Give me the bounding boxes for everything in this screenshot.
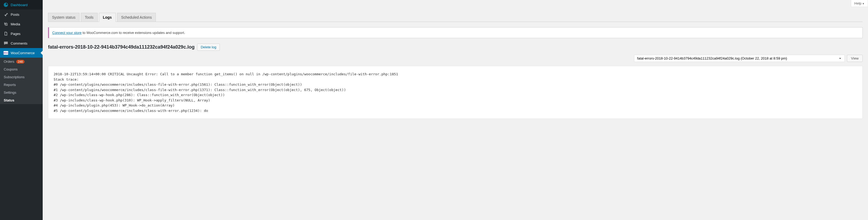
submenu-item-status[interactable]: Status	[0, 97, 43, 104]
pages-icon	[3, 31, 8, 36]
comments-icon	[3, 40, 8, 46]
main-content: Help System status Tools Logs Scheduled …	[43, 0, 868, 220]
log-title-row: fatal-errors-2018-10-22-9414b3794c49da11…	[48, 44, 863, 51]
submenu-item-coupons[interactable]: Coupons	[0, 65, 43, 73]
submenu-item-reports[interactable]: Reports	[0, 81, 43, 89]
sidebar-item-dashboard[interactable]: Dashboard	[0, 0, 43, 9]
connect-store-link[interactable]: Connect your store	[52, 31, 82, 35]
view-button[interactable]: View	[847, 55, 863, 62]
dashboard-icon	[3, 2, 8, 7]
log-selector-row: fatal-errors-2018-10-22-9414b3794c49da11…	[48, 55, 863, 62]
submenu-label: Coupons	[4, 67, 18, 71]
submenu-label: Status	[4, 98, 14, 102]
delete-log-button[interactable]: Delete log	[197, 44, 220, 51]
sidebar-item-pages[interactable]: Pages	[0, 29, 43, 38]
tab-logs[interactable]: Logs	[99, 13, 116, 22]
sidebar-item-media[interactable]: Media	[0, 19, 43, 29]
menu-label: Pages	[11, 32, 21, 36]
sidebar-item-comments[interactable]: Comments	[0, 38, 43, 48]
connect-store-notice: Connect your store to WooCommerce.com to…	[48, 27, 863, 38]
submenu-label: Orders	[4, 59, 14, 63]
menu-label: WooCommerce	[11, 51, 35, 55]
submenu-item-settings[interactable]: Settings	[0, 89, 43, 97]
sidebar-item-posts[interactable]: Posts	[0, 9, 43, 19]
woocommerce-submenu: Orders 248 Coupons Subscriptions Reports…	[0, 58, 43, 104]
menu-label: Comments	[11, 42, 28, 46]
log-content-viewer: 2018-10-22T13:59:14+00:00 CRITICAL Uncau…	[48, 66, 863, 119]
menu-label: Posts	[11, 12, 20, 17]
tab-scheduled-actions[interactable]: Scheduled Actions	[117, 13, 156, 22]
log-file-title: fatal-errors-2018-10-22-9414b3794c49da11…	[48, 44, 194, 50]
tab-tools[interactable]: Tools	[81, 13, 98, 22]
admin-sidebar: Dashboard Posts Media Pages Comments Woo…	[0, 0, 43, 220]
submenu-label: Reports	[4, 83, 16, 87]
help-label: Help	[855, 1, 862, 5]
status-tabs: System status Tools Logs Scheduled Actio…	[48, 13, 863, 22]
submenu-label: Settings	[4, 90, 16, 94]
notice-text: to WooCommerce.com to receive extensions…	[82, 31, 185, 35]
orders-count-badge: 248	[16, 60, 24, 63]
pin-icon	[3, 12, 8, 17]
tab-system-status[interactable]: System status	[48, 13, 80, 22]
submenu-label: Subscriptions	[4, 75, 25, 79]
help-tab[interactable]: Help	[851, 0, 868, 7]
sidebar-item-woocommerce[interactable]: Woo WooCommerce	[0, 48, 43, 58]
woocommerce-icon: Woo	[3, 50, 8, 56]
menu-label: Media	[11, 22, 20, 26]
submenu-item-subscriptions[interactable]: Subscriptions	[0, 73, 43, 81]
submenu-item-orders[interactable]: Orders 248	[0, 58, 43, 65]
media-icon	[3, 21, 8, 27]
log-file-select[interactable]: fatal-errors-2018-10-22-9414b3794c49da11…	[634, 55, 845, 62]
menu-label: Dashboard	[11, 3, 28, 7]
